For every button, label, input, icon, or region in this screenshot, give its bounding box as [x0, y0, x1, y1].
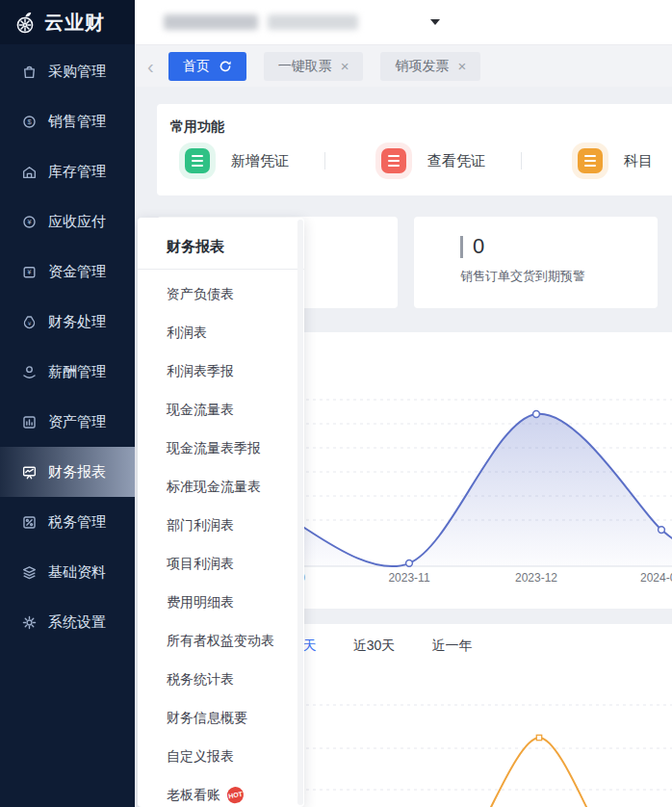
back-chevron-icon[interactable]: ‹: [142, 57, 160, 76]
gear-icon: [21, 614, 38, 631]
common-functions-card: 常用功能 新增凭证 查看凭证 科目: [157, 104, 672, 195]
sidebar-item-inventory[interactable]: 库存管理: [0, 146, 135, 196]
submenu-item-cash-flow-quarterly[interactable]: 现金流量表季报: [138, 429, 304, 467]
salary-hand-icon: [21, 364, 38, 380]
divider: [521, 152, 522, 169]
sidebar-item-payroll[interactable]: 薪酬管理: [0, 347, 135, 397]
money-bag-icon: ¥: [21, 314, 38, 330]
submenu-item-cash-flow[interactable]: 现金流量表: [138, 390, 304, 429]
x-tick-2023-11: 2023-11: [388, 571, 429, 585]
shopping-bag-icon: [21, 64, 38, 80]
submenu-item-project-profit[interactable]: 项目利润表: [138, 544, 304, 583]
divider: [324, 152, 325, 169]
sidebar-item-purchase[interactable]: 采购管理: [0, 46, 135, 96]
submenu-scrollbar[interactable]: [297, 220, 303, 805]
svg-text:$: $: [27, 117, 32, 126]
company-dropdown-caret-icon[interactable]: [430, 19, 440, 25]
tab-invoice-fetch[interactable]: 一键取票 ×: [264, 52, 364, 81]
svg-text:¥: ¥: [27, 218, 32, 226]
quick-action-new-voucher[interactable]: 新增凭证: [185, 148, 289, 173]
sidebar-item-receivable-payable[interactable]: ¥ 应收应付: [0, 196, 135, 247]
submenu-item-tax-statistics[interactable]: 税务统计表: [138, 660, 304, 698]
submenu-item-owner-equity-change[interactable]: 所有者权益变动表: [138, 621, 304, 660]
stat-label: 销售订单交货到期预警: [460, 268, 658, 285]
sidebar-item-system-settings[interactable]: 系统设置: [0, 597, 135, 647]
close-icon[interactable]: ×: [341, 59, 349, 73]
close-icon[interactable]: ×: [457, 59, 466, 73]
voucher-list-icon: [185, 148, 210, 173]
stat-value-bar: [460, 236, 463, 258]
quick-action-subject[interactable]: 科目: [578, 148, 653, 173]
svg-text:¥: ¥: [28, 269, 32, 275]
tab-output-invoice[interactable]: 销项发票 ×: [380, 52, 480, 81]
sidebar-item-tax[interactable]: 税务管理: [0, 497, 135, 547]
company-name-redacted-2: [268, 14, 358, 30]
sidebar-item-finance-processing[interactable]: ¥ 财务处理: [0, 297, 135, 347]
tax-percent-icon: [21, 514, 38, 531]
submenu-item-balance-sheet[interactable]: 资产负债表: [138, 274, 304, 313]
layers-icon: [21, 564, 38, 581]
sidebar-item-base-data[interactable]: 基础资料: [0, 547, 135, 597]
sidebar-item-assets[interactable]: 资产管理: [0, 397, 135, 447]
sidebar-item-sales[interactable]: $ 销售管理: [0, 96, 135, 146]
report-board-icon: [21, 464, 38, 481]
submenu-item-standard-cash-flow[interactable]: 标准现金流量表: [138, 467, 304, 506]
hot-badge: HOT: [226, 786, 246, 805]
submenu-item-profit-quarterly[interactable]: 利润表季报: [138, 351, 304, 390]
content-area: 常用功能 新增凭证 查看凭证 科目: [135, 88, 672, 807]
sidebar-item-financial-reports[interactable]: 财务报表: [0, 447, 135, 497]
financial-reports-submenu: 财务报表 资产负债表 利润表 利润表季报 现金流量表 现金流量表季报 标准现金流…: [138, 218, 304, 807]
app-logo: 云业财: [0, 0, 135, 44]
x-tick-2024-01: 2024-01: [640, 571, 672, 585]
sidebar-item-funds[interactable]: ¥ 资金管理: [0, 247, 135, 297]
cash-box-icon: ¥: [21, 264, 38, 280]
tab-bar: ‹ 首页 一键取票 × 销项发票 ×: [135, 45, 672, 87]
refresh-icon[interactable]: [219, 60, 232, 73]
sidebar-menu: 采购管理 $ 销售管理 库存管理 ¥ 应收应付 ¥ 资金管理 ¥ 财务处理: [0, 44, 135, 647]
stat-card-sales-order-warning: 0 销售订单交货到期预警: [414, 217, 658, 308]
sidebar: 云业财 采购管理 $ 销售管理 库存管理 ¥ 应收应付 ¥ 资金管理: [0, 0, 135, 807]
yuan-circle-icon: ¥: [21, 214, 38, 230]
quick-action-view-voucher[interactable]: 查看凭证: [381, 148, 485, 173]
citrus-logo-icon: [13, 10, 38, 36]
x-tick-2023-12: 2023-12: [515, 571, 557, 585]
submenu-item-financial-summary[interactable]: 财务信息概要: [138, 698, 304, 737]
submenu-item-expense-detail[interactable]: 费用明细表: [138, 583, 304, 621]
svg-text:¥: ¥: [28, 321, 32, 326]
common-functions-title: 常用功能: [157, 104, 672, 136]
submenu-item-dept-profit[interactable]: 部门利润表: [138, 506, 304, 544]
tab-home[interactable]: 首页: [168, 52, 246, 81]
sale-coin-icon: $: [21, 114, 38, 130]
main-area: ‹ 首页 一键取票 × 销项发票 × 常用功能: [135, 0, 672, 807]
stat-value: 0: [473, 234, 484, 259]
submenu-item-profit-statement[interactable]: 利润表: [138, 313, 304, 351]
voucher-doc-icon: [381, 148, 406, 173]
asset-chart-icon: [21, 414, 38, 430]
app-name: 云业财: [44, 10, 105, 36]
clipboard-icon: [578, 148, 603, 173]
warehouse-icon: [21, 164, 38, 180]
top-bar: [135, 0, 672, 45]
submenu-item-custom-report[interactable]: 自定义报表: [138, 737, 304, 775]
submenu-item-boss-accounts[interactable]: 老板看账HOT: [138, 775, 304, 807]
company-name-redacted[interactable]: [164, 14, 258, 30]
app-window: 云业财 采购管理 $ 销售管理 库存管理 ¥ 应收应付 ¥ 资金管理: [0, 0, 672, 807]
submenu-title: 财务报表: [138, 218, 304, 269]
